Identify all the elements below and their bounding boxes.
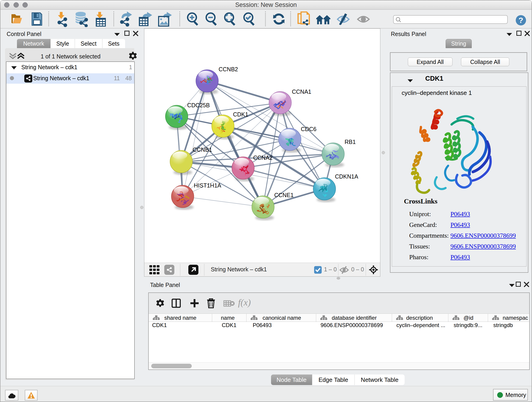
svg-text:RB1: RB1	[345, 139, 356, 145]
svg-text:CDK1: CDK1	[233, 111, 248, 118]
svg-text:CCNA2: CCNA2	[253, 154, 273, 161]
svg-text:CCNB1: CCNB1	[193, 147, 212, 153]
svg-text:HIST1H1A: HIST1H1A	[194, 182, 221, 189]
svg-text:CCNA1: CCNA1	[292, 89, 311, 95]
svg-text:CDC25B: CDC25B	[187, 102, 210, 108]
svg-text:CDKN1A: CDKN1A	[335, 173, 358, 180]
svg-text:CCNE1: CCNE1	[274, 192, 294, 198]
svg-text:CCNB2: CCNB2	[219, 66, 238, 72]
svg-text:CDC6: CDC6	[301, 126, 317, 132]
